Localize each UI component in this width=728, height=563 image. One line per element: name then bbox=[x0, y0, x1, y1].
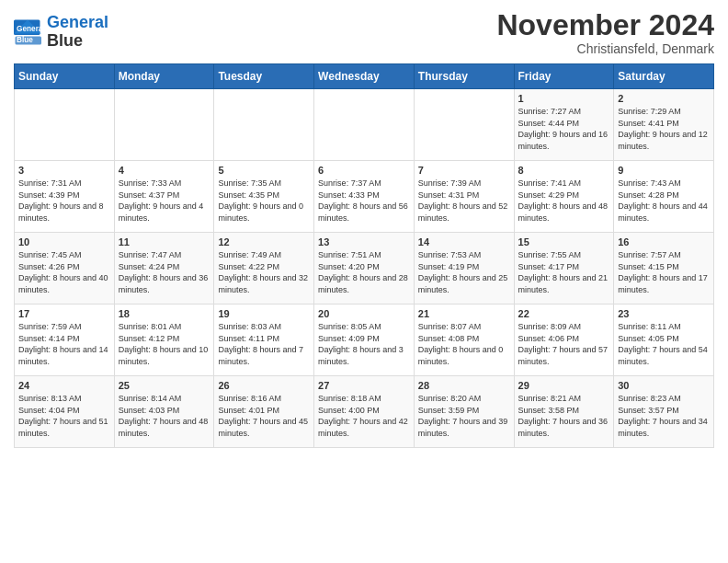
day-info: Sunrise: 8:18 AMSunset: 4:00 PMDaylight:… bbox=[318, 394, 408, 438]
calendar-cell: 11 Sunrise: 7:47 AMSunset: 4:24 PMDaylig… bbox=[114, 233, 214, 304]
calendar-cell: 16 Sunrise: 7:57 AMSunset: 4:15 PMDaylig… bbox=[614, 233, 714, 304]
day-number: 2 bbox=[618, 93, 710, 104]
day-info: Sunrise: 8:03 AMSunset: 4:11 PMDaylight:… bbox=[218, 322, 303, 366]
calendar-cell: 14 Sunrise: 7:53 AMSunset: 4:19 PMDaylig… bbox=[414, 233, 514, 304]
day-number: 15 bbox=[518, 236, 610, 247]
weekday-header: Thursday bbox=[414, 64, 514, 89]
logo-text: General Blue bbox=[47, 14, 108, 51]
calendar-cell bbox=[414, 89, 514, 161]
day-number: 26 bbox=[218, 380, 310, 391]
day-number: 24 bbox=[18, 380, 110, 391]
day-number: 21 bbox=[418, 308, 510, 319]
day-number: 1 bbox=[518, 93, 610, 104]
day-info: Sunrise: 7:53 AMSunset: 4:19 PMDaylight:… bbox=[418, 250, 508, 294]
calendar-cell: 7 Sunrise: 7:39 AMSunset: 4:31 PMDayligh… bbox=[414, 161, 514, 233]
calendar-cell: 25 Sunrise: 8:14 AMSunset: 4:03 PMDaylig… bbox=[114, 376, 214, 448]
calendar-cell: 22 Sunrise: 8:09 AMSunset: 4:06 PMDaylig… bbox=[514, 304, 614, 376]
day-info: Sunrise: 8:23 AMSunset: 3:57 PMDaylight:… bbox=[618, 394, 708, 438]
day-number: 28 bbox=[418, 380, 510, 391]
day-info: Sunrise: 7:43 AMSunset: 4:28 PMDaylight:… bbox=[618, 178, 708, 223]
day-info: Sunrise: 7:27 AMSunset: 4:44 PMDaylight:… bbox=[518, 107, 609, 151]
calendar-cell bbox=[214, 89, 314, 161]
calendar-cell: 15 Sunrise: 7:55 AMSunset: 4:17 PMDaylig… bbox=[514, 233, 614, 304]
calendar-cell: 8 Sunrise: 7:41 AMSunset: 4:29 PMDayligh… bbox=[514, 161, 614, 233]
day-number: 22 bbox=[518, 308, 610, 319]
day-info: Sunrise: 8:14 AMSunset: 4:03 PMDaylight:… bbox=[119, 394, 209, 438]
calendar-table: SundayMondayTuesdayWednesdayThursdayFrid… bbox=[14, 63, 714, 448]
day-number: 3 bbox=[18, 165, 110, 176]
page-header: General Blue General Blue November 2024 … bbox=[14, 9, 714, 56]
logo: General Blue General Blue bbox=[14, 14, 108, 51]
day-info: Sunrise: 8:11 AMSunset: 4:05 PMDaylight:… bbox=[618, 322, 708, 366]
calendar-week-row: 3 Sunrise: 7:31 AMSunset: 4:39 PMDayligh… bbox=[15, 161, 714, 233]
calendar-header-row: SundayMondayTuesdayWednesdayThursdayFrid… bbox=[15, 64, 714, 89]
title-block: November 2024 Christiansfeld, Denmark bbox=[496, 9, 714, 56]
calendar-cell: 5 Sunrise: 7:35 AMSunset: 4:35 PMDayligh… bbox=[214, 161, 314, 233]
day-number: 4 bbox=[119, 165, 210, 176]
calendar-cell bbox=[314, 89, 415, 161]
calendar-cell: 23 Sunrise: 8:11 AMSunset: 4:05 PMDaylig… bbox=[614, 304, 714, 376]
calendar-cell: 21 Sunrise: 8:07 AMSunset: 4:08 PMDaylig… bbox=[414, 304, 514, 376]
day-number: 18 bbox=[119, 308, 210, 319]
calendar-cell bbox=[114, 89, 214, 161]
weekday-header: Monday bbox=[114, 64, 214, 89]
calendar-cell: 26 Sunrise: 8:16 AMSunset: 4:01 PMDaylig… bbox=[214, 376, 314, 448]
day-info: Sunrise: 8:01 AMSunset: 4:12 PMDaylight:… bbox=[119, 322, 209, 366]
day-info: Sunrise: 8:05 AMSunset: 4:09 PMDaylight:… bbox=[318, 322, 404, 366]
day-info: Sunrise: 7:31 AMSunset: 4:39 PMDaylight:… bbox=[18, 178, 104, 223]
day-info: Sunrise: 7:59 AMSunset: 4:14 PMDaylight:… bbox=[18, 322, 108, 366]
calendar-week-row: 17 Sunrise: 7:59 AMSunset: 4:14 PMDaylig… bbox=[15, 304, 714, 376]
calendar-cell: 13 Sunrise: 7:51 AMSunset: 4:20 PMDaylig… bbox=[314, 233, 415, 304]
calendar-cell: 2 Sunrise: 7:29 AMSunset: 4:41 PMDayligh… bbox=[614, 89, 714, 161]
calendar-cell: 24 Sunrise: 8:13 AMSunset: 4:04 PMDaylig… bbox=[15, 376, 115, 448]
day-number: 19 bbox=[218, 308, 310, 319]
calendar-cell: 10 Sunrise: 7:45 AMSunset: 4:26 PMDaylig… bbox=[15, 233, 115, 304]
day-info: Sunrise: 8:16 AMSunset: 4:01 PMDaylight:… bbox=[218, 394, 308, 438]
calendar-cell: 28 Sunrise: 8:20 AMSunset: 3:59 PMDaylig… bbox=[414, 376, 514, 448]
calendar-week-row: 1 Sunrise: 7:27 AMSunset: 4:44 PMDayligh… bbox=[15, 89, 714, 161]
location: Christiansfeld, Denmark bbox=[496, 41, 714, 56]
day-number: 14 bbox=[418, 236, 510, 247]
day-number: 12 bbox=[218, 236, 310, 247]
month-title: November 2024 bbox=[496, 9, 714, 41]
day-number: 6 bbox=[318, 165, 410, 176]
calendar-cell: 30 Sunrise: 8:23 AMSunset: 3:57 PMDaylig… bbox=[614, 376, 714, 448]
calendar-cell bbox=[15, 89, 115, 161]
day-info: Sunrise: 7:41 AMSunset: 4:29 PMDaylight:… bbox=[518, 178, 609, 223]
calendar-cell: 18 Sunrise: 8:01 AMSunset: 4:12 PMDaylig… bbox=[114, 304, 214, 376]
day-number: 29 bbox=[518, 380, 610, 391]
day-info: Sunrise: 7:57 AMSunset: 4:15 PMDaylight:… bbox=[618, 250, 708, 294]
day-number: 10 bbox=[18, 236, 110, 247]
weekday-header: Tuesday bbox=[214, 64, 314, 89]
day-info: Sunrise: 7:49 AMSunset: 4:22 PMDaylight:… bbox=[218, 250, 308, 294]
day-info: Sunrise: 7:37 AMSunset: 4:33 PMDaylight:… bbox=[318, 178, 408, 223]
day-info: Sunrise: 8:07 AMSunset: 4:08 PMDaylight:… bbox=[418, 322, 504, 366]
day-number: 9 bbox=[618, 165, 710, 176]
day-info: Sunrise: 8:21 AMSunset: 3:58 PMDaylight:… bbox=[518, 394, 609, 438]
day-number: 30 bbox=[618, 380, 710, 391]
day-number: 27 bbox=[318, 380, 410, 391]
day-info: Sunrise: 7:35 AMSunset: 4:35 PMDaylight:… bbox=[218, 178, 303, 223]
calendar-cell: 29 Sunrise: 8:21 AMSunset: 3:58 PMDaylig… bbox=[514, 376, 614, 448]
day-number: 17 bbox=[18, 308, 110, 319]
calendar-cell: 17 Sunrise: 7:59 AMSunset: 4:14 PMDaylig… bbox=[15, 304, 115, 376]
day-info: Sunrise: 7:39 AMSunset: 4:31 PMDaylight:… bbox=[418, 178, 508, 223]
day-info: Sunrise: 8:09 AMSunset: 4:06 PMDaylight:… bbox=[518, 322, 609, 366]
day-info: Sunrise: 7:33 AMSunset: 4:37 PMDaylight:… bbox=[119, 178, 204, 223]
day-info: Sunrise: 7:47 AMSunset: 4:24 PMDaylight:… bbox=[119, 250, 209, 294]
weekday-header: Sunday bbox=[15, 64, 115, 89]
calendar-week-row: 10 Sunrise: 7:45 AMSunset: 4:26 PMDaylig… bbox=[15, 233, 714, 304]
day-info: Sunrise: 8:20 AMSunset: 3:59 PMDaylight:… bbox=[418, 394, 508, 438]
day-info: Sunrise: 7:55 AMSunset: 4:17 PMDaylight:… bbox=[518, 250, 609, 294]
weekday-header: Friday bbox=[514, 64, 614, 89]
day-info: Sunrise: 7:29 AMSunset: 4:41 PMDaylight:… bbox=[618, 107, 708, 151]
day-number: 11 bbox=[119, 236, 210, 247]
day-number: 20 bbox=[318, 308, 410, 319]
weekday-header: Saturday bbox=[614, 64, 714, 89]
calendar-cell: 1 Sunrise: 7:27 AMSunset: 4:44 PMDayligh… bbox=[514, 89, 614, 161]
calendar-cell: 19 Sunrise: 8:03 AMSunset: 4:11 PMDaylig… bbox=[214, 304, 314, 376]
calendar-cell: 27 Sunrise: 8:18 AMSunset: 4:00 PMDaylig… bbox=[314, 376, 415, 448]
calendar-cell: 4 Sunrise: 7:33 AMSunset: 4:37 PMDayligh… bbox=[114, 161, 214, 233]
day-number: 13 bbox=[318, 236, 410, 247]
day-info: Sunrise: 7:45 AMSunset: 4:26 PMDaylight:… bbox=[18, 250, 108, 294]
